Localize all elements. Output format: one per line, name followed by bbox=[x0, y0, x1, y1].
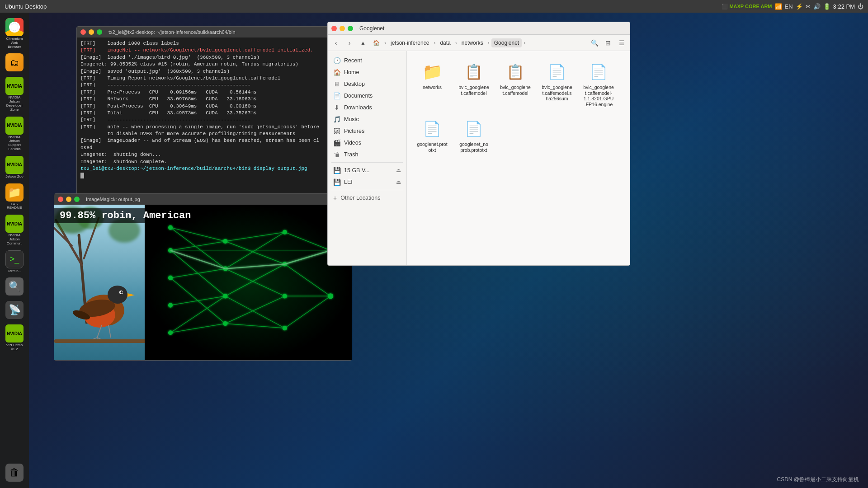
sidebar-label-pictures: Pictures bbox=[344, 128, 364, 134]
fm-forward-btn[interactable]: › bbox=[343, 37, 356, 49]
file-item-caffemodel2[interactable]: 📋 bvlc_googlenet.caffemodel bbox=[497, 58, 533, 110]
breadcrumb-sep-3: › bbox=[455, 40, 457, 46]
downloads-icon: ⬇ bbox=[333, 104, 340, 111]
svg-line-20 bbox=[170, 324, 225, 333]
breadcrumb-data[interactable]: data bbox=[437, 38, 453, 47]
file-item-noprob-prototxt[interactable]: 📄 googlenet_noprob.prototxt bbox=[456, 115, 492, 155]
terminal-maximize-btn[interactable] bbox=[97, 29, 102, 35]
sidebar-item-15gb[interactable]: 💾 15 GB V... ⏏ bbox=[328, 164, 406, 176]
term-line-13: [TRT] ----------------------------------… bbox=[80, 117, 326, 123]
documents-icon: 📄 bbox=[333, 92, 340, 99]
fm-maximize-btn[interactable] bbox=[348, 26, 353, 31]
svg-line-51 bbox=[170, 250, 225, 268]
dock-item-vpi-demo[interactable]: NVIDIA VPI Demov1.2 bbox=[3, 323, 26, 353]
file-item-prototxt[interactable]: 📄 googlenet.prototxt bbox=[414, 115, 450, 155]
sidebar-item-recent[interactable]: 🕐 Recent bbox=[328, 55, 406, 66]
fm-view-btn[interactable]: ⊞ bbox=[602, 37, 614, 49]
caffemodel1-icon: 📋 bbox=[463, 61, 485, 83]
wifi-dock-icon: 📡 bbox=[5, 301, 24, 319]
sidebar-label-desktop: Desktop bbox=[344, 81, 365, 87]
watermark: CSDN @鲁棒最小二乘支持向量机 bbox=[777, 476, 859, 483]
dock-item-trash[interactable]: 🗑 bbox=[3, 462, 26, 484]
fm-minimize-btn[interactable] bbox=[340, 26, 345, 31]
eject-lei-btn[interactable]: ⏏ bbox=[396, 179, 401, 185]
svg-line-52 bbox=[225, 264, 285, 269]
terminal-minimize-btn[interactable] bbox=[89, 29, 94, 35]
svg-line-15 bbox=[170, 241, 225, 250]
terminal-close-btn[interactable] bbox=[80, 29, 86, 35]
breadcrumb-googlenet[interactable]: Googlenet bbox=[491, 38, 522, 47]
power-topbar-icon[interactable]: ⏻ bbox=[858, 3, 863, 10]
pictures-icon: 🖼 bbox=[333, 127, 340, 135]
fm-menu-btn[interactable]: ☰ bbox=[615, 37, 628, 49]
nvidia-community-label: NVIDIAJetsonCommun. bbox=[7, 234, 23, 245]
sidebar-item-trash[interactable]: 🗑 Trash bbox=[328, 149, 406, 160]
sidebar-item-pictures[interactable]: 🖼 Pictures bbox=[328, 125, 406, 137]
file-item-engine[interactable]: 📄 bvlc_googlenet.caffemodel-1.1.8201.GPU… bbox=[580, 58, 617, 110]
en-topbar-label: EN bbox=[785, 3, 793, 10]
dock-item-nvidia-support[interactable]: NVIDIA NVIDIAJetsonSupportForums bbox=[3, 115, 26, 153]
noprob-prototxt-icon: 📄 bbox=[463, 118, 485, 140]
home-icon: 🏠 bbox=[333, 69, 340, 76]
breadcrumb-jetson-inference[interactable]: jetson-inference bbox=[388, 38, 432, 47]
term-line-1: [TRT] loaded 1000 class labels bbox=[80, 40, 326, 47]
breadcrumb-networks[interactable]: networks bbox=[459, 38, 486, 47]
topbar: Ubuntu Desktop ⬛ MAXP CORE ARM 📶 EN ⚡ ✉ … bbox=[0, 0, 868, 13]
fm-back-btn[interactable]: ‹ bbox=[330, 37, 342, 49]
caffemodel-sha-icon: 📄 bbox=[546, 61, 568, 83]
imagemagick-maximize-btn[interactable] bbox=[74, 197, 80, 202]
file-name-prototxt: googlenet.prototxt bbox=[417, 141, 448, 153]
breadcrumb-expand[interactable]: › bbox=[524, 40, 525, 46]
dock-item-files[interactable]: 🗂 bbox=[3, 52, 26, 74]
term-line-10: [TRT] Network CPU 33.09768ms CUDA 33.189… bbox=[80, 96, 326, 103]
sidebar-item-documents[interactable]: 📄 Documents bbox=[328, 90, 406, 102]
nvidia-community-icon: NVIDIA bbox=[5, 215, 24, 233]
file-item-caffemodel-sha[interactable]: 📄 bvlc_googlenet.caffemodel.sha256sum bbox=[539, 58, 575, 110]
imagemagick-close-btn[interactable] bbox=[58, 197, 63, 202]
filemanager-window: Googlenet ‹ › ▲ 🏠 › jetson-inference › d… bbox=[327, 22, 630, 266]
sidebar-item-music[interactable]: 🎵 Music bbox=[328, 113, 406, 125]
breadcrumb-home[interactable]: 🏠 bbox=[370, 38, 382, 47]
caffemodel2-icon: 📋 bbox=[505, 61, 526, 83]
sidebar-item-downloads[interactable]: ⬇ Downloads bbox=[328, 102, 406, 113]
fm-search-btn[interactable]: 🔍 bbox=[588, 37, 601, 49]
svg-point-41 bbox=[223, 239, 227, 244]
sidebar-item-lei[interactable]: 💾 LEI ⏏ bbox=[328, 176, 406, 188]
svg-line-17 bbox=[170, 269, 225, 278]
term-line-3: [Image] loaded './images/bird_0.jpg' (36… bbox=[80, 54, 326, 61]
fm-close-btn[interactable] bbox=[331, 26, 337, 31]
svg-line-21 bbox=[170, 296, 225, 333]
imagemagick-minimize-btn[interactable] bbox=[66, 197, 71, 202]
term-line-5: [Image] saved 'output.jpg' (368x500, 3 c… bbox=[80, 68, 326, 75]
dock-item-nvidia-sdk[interactable]: NVIDIA NVIDIAJetsonDeveloperZone bbox=[3, 75, 26, 113]
dock-item-terminal[interactable]: >_ Termin... bbox=[3, 249, 26, 275]
dock-item-l4t-readme[interactable]: 📁 L4T-README bbox=[3, 182, 26, 212]
sidebar-item-videos[interactable]: 🎬 Videos bbox=[328, 137, 406, 149]
sound-topbar-icon[interactable]: 🔊 bbox=[813, 3, 821, 10]
eject-15gb-btn[interactable]: ⏏ bbox=[396, 167, 401, 174]
breadcrumb: 🏠 › jetson-inference › data › networks ›… bbox=[370, 38, 587, 47]
files-icon: 🗂 bbox=[5, 53, 24, 71]
svg-line-22 bbox=[225, 232, 285, 241]
file-item-caffemodel1[interactable]: 📋 bvlc_googlenet.caffemodel bbox=[456, 58, 492, 110]
dock-item-jetson-zoo[interactable]: NVIDIA Jetson Zoo bbox=[3, 154, 26, 181]
sidebar-label-lei: LEI bbox=[344, 179, 392, 185]
file-item-networks[interactable]: 📁 networks bbox=[414, 58, 450, 110]
sidebar-item-desktop[interactable]: 🖥 Desktop bbox=[328, 78, 406, 90]
dock-item-chromium[interactable]: ChromiumWebBrowser bbox=[3, 16, 26, 51]
terminal-body[interactable]: [TRT] loaded 1000 class labels [TRT] ima… bbox=[77, 38, 329, 200]
bluetooth-topbar-icon: ⚡ bbox=[796, 3, 803, 10]
imagemagick-body: 99.85% robin, American bbox=[54, 205, 352, 360]
dock-item-nvidia-community[interactable]: NVIDIA NVIDIAJetsonCommun. bbox=[3, 213, 26, 247]
sidebar-item-other-locations[interactable]: + Other Locations bbox=[328, 192, 406, 204]
dock-item-wifi[interactable]: 📡 bbox=[3, 299, 26, 322]
dock-item-search[interactable]: 🔍 bbox=[3, 276, 26, 298]
l4t-readme-icon: 📁 bbox=[5, 183, 24, 202]
sidebar-label-videos: Videos bbox=[344, 140, 361, 146]
svg-line-9 bbox=[108, 325, 111, 338]
nvidia-topbar-icon: ⬛ MAXP CORE ARM bbox=[722, 4, 772, 9]
fm-up-btn[interactable]: ▲ bbox=[357, 37, 369, 49]
svg-line-25 bbox=[225, 269, 285, 296]
sidebar-item-home[interactable]: 🏠 Home bbox=[328, 66, 406, 78]
svg-line-28 bbox=[225, 296, 285, 324]
